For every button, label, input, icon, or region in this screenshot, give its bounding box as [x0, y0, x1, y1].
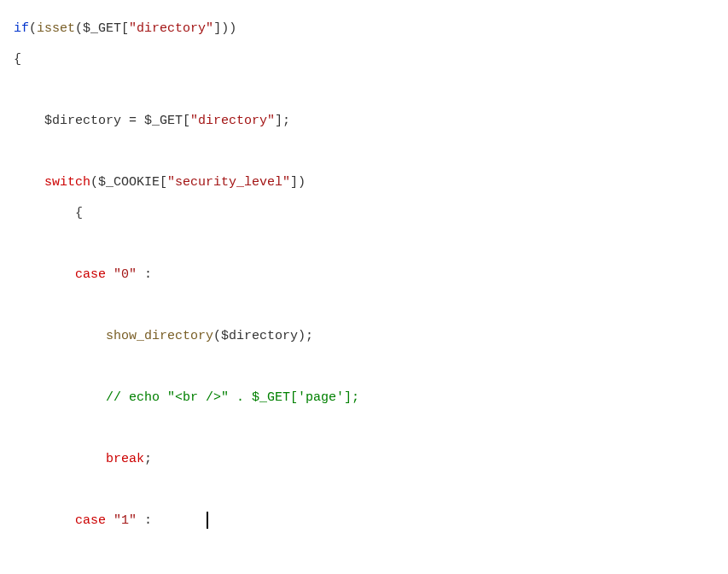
bracket-close: ];	[275, 114, 290, 128]
colon: :	[137, 513, 152, 528]
keyword-case: case	[75, 513, 106, 528]
keyword-case: case	[75, 267, 106, 282]
variable-directory: $directory	[44, 114, 121, 128]
code-block: if(isset($_GET["directory"])) { $directo…	[14, 14, 714, 574]
colon: :	[137, 267, 152, 282]
paren-close: );	[298, 329, 313, 343]
brace-open: {	[14, 52, 21, 67]
string-directory: "directory"	[129, 21, 213, 36]
string-security-level: "security_level"	[167, 175, 290, 190]
variable-get: $_GET	[83, 21, 121, 36]
keyword-switch: switch	[44, 175, 90, 190]
comment: // echo "<br />" . $_GET['page'];	[106, 390, 359, 405]
equals: =	[121, 114, 144, 128]
semicolon: ;	[144, 452, 152, 466]
keyword-break: break	[106, 452, 144, 466]
variable-cookie: $_COOKIE	[98, 175, 160, 190]
string-one: "1"	[114, 513, 137, 528]
keyword-if: if	[14, 21, 29, 36]
function-isset: isset	[37, 21, 75, 36]
paren-open: (	[90, 175, 98, 190]
variable-get: $_GET	[144, 114, 183, 128]
paren-open: (	[75, 21, 83, 36]
bracket-open: [	[121, 21, 129, 36]
bracket-open: [	[183, 114, 190, 128]
variable-directory: $directory	[221, 329, 298, 343]
bracket-open: [	[160, 175, 167, 190]
paren-open: (	[213, 329, 221, 343]
bracket-close: ])	[290, 175, 306, 190]
brace-open: {	[75, 206, 83, 220]
string-zero: "0"	[114, 267, 137, 282]
string-directory: "directory"	[190, 114, 275, 128]
paren-open: (	[29, 21, 37, 36]
bracket-close: ]))	[213, 21, 236, 36]
text-cursor	[207, 512, 208, 529]
function-show-directory: show_directory	[106, 329, 213, 343]
